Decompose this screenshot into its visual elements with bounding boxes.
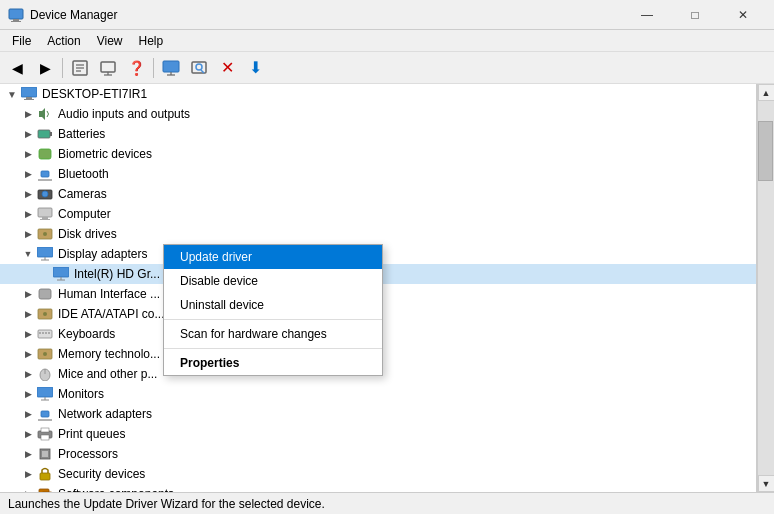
tree-item[interactable]: ▶Software components bbox=[0, 484, 756, 492]
expand-icon[interactable]: ▶ bbox=[20, 306, 36, 322]
svg-point-47 bbox=[43, 352, 47, 356]
expand-icon[interactable]: ▶ bbox=[20, 366, 36, 382]
tree-item-label: Processors bbox=[58, 447, 118, 461]
tree-root[interactable]: ▼ DESKTOP-ETI7IR1 bbox=[0, 84, 756, 104]
scroll-up-button[interactable]: ▲ bbox=[758, 84, 775, 101]
expand-icon[interactable]: ▶ bbox=[20, 186, 36, 202]
app-icon bbox=[8, 7, 24, 23]
tree-item-label: Computer bbox=[58, 207, 111, 221]
menu-help[interactable]: Help bbox=[131, 32, 172, 50]
tree-item[interactable]: ▶Audio inputs and outputs bbox=[0, 104, 756, 124]
tree-item[interactable]: ▶Cameras bbox=[0, 184, 756, 204]
svg-point-40 bbox=[43, 312, 47, 316]
tree-item[interactable]: ▶Disk drives bbox=[0, 224, 756, 244]
tree-item[interactable]: ▶Security devices bbox=[0, 464, 756, 484]
device-button[interactable] bbox=[95, 55, 121, 81]
scroll-track[interactable] bbox=[758, 101, 774, 475]
tree-item[interactable]: ▶Monitors bbox=[0, 384, 756, 404]
monitor-button[interactable] bbox=[158, 55, 184, 81]
menu-action[interactable]: Action bbox=[39, 32, 88, 50]
vertical-scrollbar[interactable]: ▲ ▼ bbox=[757, 84, 774, 492]
context-menu-item[interactable]: Disable device bbox=[164, 269, 382, 293]
expand-icon[interactable]: ▶ bbox=[20, 346, 36, 362]
svg-rect-61 bbox=[39, 489, 49, 492]
device-tree[interactable]: ▼ DESKTOP-ETI7IR1 ▶Audio inputs and outp… bbox=[0, 84, 757, 492]
svg-rect-59 bbox=[42, 451, 48, 457]
expand-icon[interactable]: ▶ bbox=[20, 126, 36, 142]
svg-rect-44 bbox=[45, 332, 47, 334]
properties-button[interactable] bbox=[67, 55, 93, 81]
svg-rect-60 bbox=[40, 473, 50, 480]
tree-item[interactable]: ▶Network adapters bbox=[0, 404, 756, 424]
tree-item[interactable]: ▶Print queues bbox=[0, 424, 756, 444]
scan-button[interactable] bbox=[186, 55, 212, 81]
tree-item[interactable]: ▶Batteries bbox=[0, 124, 756, 144]
device-icon bbox=[36, 166, 54, 182]
download-button[interactable]: ⬇ bbox=[242, 55, 268, 81]
expand-icon[interactable]: ▶ bbox=[20, 226, 36, 242]
svg-rect-10 bbox=[163, 61, 179, 72]
expand-icon[interactable]: ▶ bbox=[20, 166, 36, 182]
device-icon bbox=[36, 246, 54, 262]
svg-rect-45 bbox=[48, 332, 50, 334]
help-button[interactable]: ❓ bbox=[123, 55, 149, 81]
context-menu-item[interactable]: Properties bbox=[164, 351, 382, 375]
expand-icon[interactable]: ▶ bbox=[20, 406, 36, 422]
expand-icon[interactable]: ▶ bbox=[20, 426, 36, 442]
tree-item-label: Mice and other p... bbox=[58, 367, 157, 381]
context-menu-separator bbox=[164, 319, 382, 320]
context-menu-item[interactable]: Update driver bbox=[164, 245, 382, 269]
tree-item[interactable]: ▶Computer bbox=[0, 204, 756, 224]
tree-item[interactable]: ▶Biometric devices bbox=[0, 144, 756, 164]
expand-icon[interactable]: ▶ bbox=[20, 286, 36, 302]
tree-item-label: Human Interface ... bbox=[58, 287, 160, 301]
device-icon bbox=[36, 226, 54, 242]
expand-icon[interactable]: ▶ bbox=[20, 386, 36, 402]
svg-point-31 bbox=[43, 232, 47, 236]
expand-icon[interactable]: ▼ bbox=[20, 246, 36, 262]
forward-button[interactable]: ▶ bbox=[32, 55, 58, 81]
tree-item-label: Memory technolo... bbox=[58, 347, 160, 361]
tree-item-label: Monitors bbox=[58, 387, 104, 401]
tree-item[interactable]: ▶Bluetooth bbox=[0, 164, 756, 184]
maximize-button[interactable]: □ bbox=[672, 0, 718, 30]
expand-icon[interactable]: ▶ bbox=[20, 486, 36, 492]
root-expand-icon[interactable]: ▼ bbox=[4, 86, 20, 102]
device-icon bbox=[36, 206, 54, 222]
device-icon bbox=[36, 126, 54, 142]
tree-item-label: Audio inputs and outputs bbox=[58, 107, 190, 121]
expand-icon[interactable]: ▶ bbox=[20, 146, 36, 162]
expand-icon[interactable]: ▶ bbox=[20, 326, 36, 342]
expand-icon[interactable]: ▶ bbox=[20, 446, 36, 462]
svg-point-26 bbox=[42, 191, 48, 197]
device-icon bbox=[36, 446, 54, 462]
close-button[interactable]: ✕ bbox=[720, 0, 766, 30]
back-button[interactable]: ◀ bbox=[4, 55, 30, 81]
menu-file[interactable]: File bbox=[4, 32, 39, 50]
svg-rect-38 bbox=[39, 289, 51, 299]
context-menu-item[interactable]: Uninstall device bbox=[164, 293, 382, 317]
svg-rect-1 bbox=[13, 19, 19, 21]
tree-item-label: Bluetooth bbox=[58, 167, 109, 181]
svg-rect-57 bbox=[41, 435, 49, 440]
expand-icon[interactable] bbox=[36, 266, 52, 282]
context-menu-item[interactable]: Scan for hardware changes bbox=[164, 322, 382, 346]
minimize-button[interactable]: — bbox=[624, 0, 670, 30]
svg-rect-22 bbox=[39, 149, 51, 159]
menu-bar: File Action View Help bbox=[0, 30, 774, 52]
expand-icon[interactable]: ▶ bbox=[20, 106, 36, 122]
scroll-thumb[interactable] bbox=[758, 121, 773, 181]
svg-rect-18 bbox=[24, 99, 34, 100]
main-area: ▼ DESKTOP-ETI7IR1 ▶Audio inputs and outp… bbox=[0, 84, 774, 492]
svg-rect-16 bbox=[21, 87, 37, 97]
svg-rect-56 bbox=[41, 428, 49, 432]
tree-item[interactable]: ▶Processors bbox=[0, 444, 756, 464]
expand-icon[interactable]: ▶ bbox=[20, 206, 36, 222]
uninstall-button[interactable]: ✕ bbox=[214, 55, 240, 81]
svg-rect-35 bbox=[53, 267, 69, 277]
menu-view[interactable]: View bbox=[89, 32, 131, 50]
scroll-down-button[interactable]: ▼ bbox=[758, 475, 775, 492]
svg-rect-43 bbox=[42, 332, 44, 334]
computer-icon bbox=[20, 86, 38, 102]
expand-icon[interactable]: ▶ bbox=[20, 466, 36, 482]
